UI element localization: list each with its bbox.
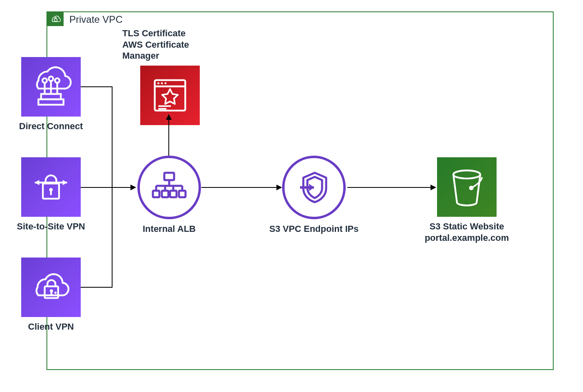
diagram-canvas: Private VPC Direct Connect (0, 0, 583, 392)
arrow-endpoint-to-s3 (0, 0, 583, 392)
svg-marker-49 (431, 185, 436, 190)
